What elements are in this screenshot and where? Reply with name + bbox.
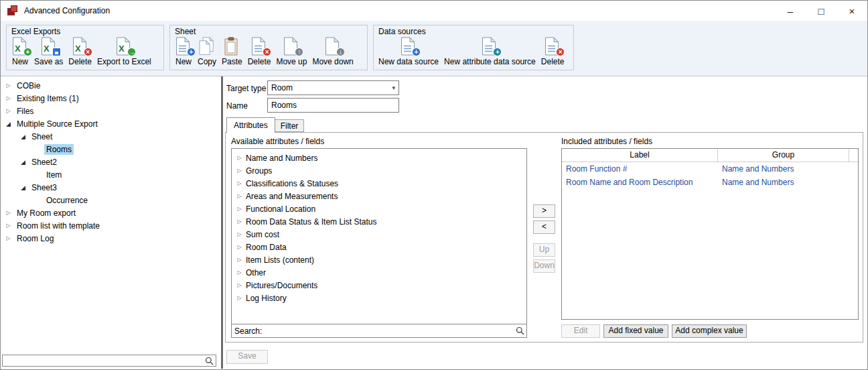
- remove-attribute-button[interactable]: <: [533, 221, 555, 234]
- expander-collapsed-icon[interactable]: ▷: [236, 295, 243, 301]
- tree-item-label: Sheet: [29, 131, 54, 142]
- sidebar-item-room-log[interactable]: ▷ Room Log: [1, 232, 221, 245]
- sheet-paste-button[interactable]: Paste: [219, 36, 245, 68]
- expander-expanded-icon[interactable]: ◢: [19, 159, 27, 166]
- tab-filter[interactable]: Filter: [275, 119, 305, 132]
- sidebar-item-room-list-with-template[interactable]: ▷ Room list with template: [1, 219, 221, 232]
- excel-export-new-button[interactable]: + New: [9, 36, 31, 68]
- sidebar-item-multiple-source-export[interactable]: ◢ Multiple Source Export: [1, 117, 221, 130]
- column-header-group[interactable]: Group: [718, 149, 849, 162]
- attr-group-room-data-status[interactable]: ▷ Room Data Status & Item List Status: [232, 215, 526, 228]
- new-data-source-button[interactable]: + New data source: [376, 36, 441, 68]
- group-label-data-sources: Data sources: [378, 27, 426, 36]
- edit-button[interactable]: Edit: [561, 324, 600, 338]
- sidebar-item-files[interactable]: ▷ Files: [1, 105, 221, 117]
- attr-group-sum-cost[interactable]: ▷ Sum cost: [232, 228, 526, 241]
- included-row[interactable]: Room Name and Room Description Name and …: [562, 176, 858, 189]
- expander-collapsed-icon[interactable]: ▷: [236, 155, 243, 161]
- sidebar-item-rooms[interactable]: Rooms: [1, 143, 221, 156]
- toolbar: Excel Exports + New Save as: [1, 21, 867, 76]
- data-source-delete-button[interactable]: × Delete: [538, 36, 567, 68]
- sidebar-item-cobie[interactable]: ▷ COBie: [1, 79, 221, 92]
- attr-group-name-and-numbers[interactable]: ▷ Name and Numbers: [232, 151, 526, 164]
- attr-group-classifications-statuses[interactable]: ▷ Classifications & Statuses: [232, 177, 526, 190]
- column-header-spacer: [849, 149, 858, 162]
- expander-expanded-icon[interactable]: ◢: [5, 121, 12, 127]
- sheet-move-up-button[interactable]: ↑ Move up: [273, 36, 309, 68]
- expander-collapsed-icon[interactable]: ▷: [5, 108, 12, 114]
- tab-attributes[interactable]: Attributes: [226, 117, 275, 133]
- attr-group-log-history[interactable]: ▷ Log History: [232, 292, 526, 304]
- expander-collapsed-icon[interactable]: ▷: [236, 193, 243, 199]
- sheet-copy-button[interactable]: Copy: [195, 36, 219, 68]
- sidebar-item-occurrence[interactable]: Occurrence: [1, 194, 221, 206]
- expander-collapsed-icon[interactable]: ▷: [5, 235, 12, 241]
- toolbar-button-label: Export to Excel: [97, 57, 151, 66]
- move-attribute-down-button[interactable]: Down: [533, 259, 555, 273]
- attr-group-pictures-documents[interactable]: ▷ Pictures/Documents: [232, 279, 526, 292]
- attr-group-groups[interactable]: ▷ Groups: [232, 164, 526, 177]
- toolbar-button-label: Delete: [248, 57, 271, 66]
- expander-collapsed-icon[interactable]: ▷: [236, 168, 243, 174]
- column-header-label[interactable]: Label: [562, 149, 718, 162]
- excel-export-delete-button[interactable]: × Delete: [66, 36, 94, 68]
- target-type-select[interactable]: Room ▾: [267, 80, 399, 95]
- attr-group-areas-measurements[interactable]: ▷ Areas and Measurements: [232, 190, 526, 202]
- expander-collapsed-icon[interactable]: ▷: [236, 282, 243, 288]
- expander-collapsed-icon[interactable]: ▷: [236, 219, 243, 225]
- expander-collapsed-icon[interactable]: ▷: [236, 244, 243, 250]
- attr-group-item-lists-content[interactable]: ▷ Item Lists (content): [232, 253, 526, 266]
- sidebar: ▷ COBie ▷ Existing Items (1) ▷ Files ◢ M…: [1, 76, 221, 369]
- group-body: + New data source + New attribute data s…: [374, 35, 573, 68]
- expander-collapsed-icon[interactable]: ▷: [5, 210, 12, 216]
- sheet-new-button[interactable]: + New: [172, 36, 195, 68]
- sidebar-item-my-room-export[interactable]: ▷ My Room export: [1, 206, 221, 219]
- expander-expanded-icon[interactable]: ◢: [19, 184, 27, 191]
- sidebar-search: [2, 355, 216, 367]
- add-complex-value-button[interactable]: Add complex value: [672, 324, 747, 338]
- minimize-button[interactable]: –: [775, 1, 806, 21]
- expander-collapsed-icon[interactable]: ▷: [236, 180, 243, 186]
- add-attribute-button[interactable]: >: [533, 204, 555, 218]
- sidebar-item-sheet[interactable]: ◢ Sheet: [1, 130, 221, 143]
- expander-collapsed-icon[interactable]: ▷: [5, 95, 12, 101]
- included-row[interactable]: Room Function # Name and Numbers: [562, 162, 858, 176]
- included-row-spacer: [849, 162, 858, 176]
- excel-save-as-icon: [40, 37, 58, 56]
- add-fixed-value-button[interactable]: Add fixed value: [603, 324, 668, 338]
- toolbar-group-excel-exports: Excel Exports + New Save as: [6, 25, 164, 70]
- app-icon-cube: [11, 5, 17, 12]
- expander-collapsed-icon[interactable]: ▷: [236, 257, 243, 263]
- sidebar-item-sheet3[interactable]: ◢ Sheet3: [1, 181, 221, 194]
- move-down-icon: ↓: [324, 37, 342, 56]
- tree-item-label: Item: [44, 170, 64, 180]
- attr-group-functional-location[interactable]: ▷ Functional Location: [232, 202, 526, 215]
- name-input[interactable]: [267, 98, 399, 113]
- save-button[interactable]: Save: [226, 350, 268, 364]
- export-to-excel-button[interactable]: → Export to Excel: [94, 36, 154, 68]
- sidebar-item-item[interactable]: Item: [1, 168, 221, 181]
- move-attribute-up-button[interactable]: Up: [533, 243, 555, 257]
- excel-export-save-as-button[interactable]: Save as: [31, 36, 66, 68]
- expander-expanded-icon[interactable]: ◢: [19, 133, 27, 140]
- attribute-search-input[interactable]: [262, 326, 516, 336]
- expander-collapsed-icon[interactable]: ▷: [236, 206, 243, 212]
- maximize-button[interactable]: □: [806, 1, 837, 21]
- sheet-delete-button[interactable]: × Delete: [245, 36, 274, 68]
- expander-collapsed-icon[interactable]: ▷: [5, 82, 12, 88]
- new-attribute-data-source-button[interactable]: + New attribute data source: [441, 36, 538, 68]
- tree-item-label: Existing Items (1): [15, 93, 81, 104]
- sidebar-search-input[interactable]: [3, 356, 205, 365]
- sheet-move-down-button[interactable]: ↓ Move down: [309, 36, 356, 68]
- tab-bar: Attributes Filter: [226, 117, 304, 133]
- tree-item-label: Multiple Source Export: [15, 119, 100, 129]
- expander-collapsed-icon[interactable]: ▷: [236, 231, 243, 237]
- sidebar-item-existing-items[interactable]: ▷ Existing Items (1): [1, 92, 221, 105]
- tree-item-label: Room list with template: [15, 221, 102, 231]
- expander-collapsed-icon[interactable]: ▷: [236, 269, 243, 275]
- close-button[interactable]: ×: [837, 1, 867, 21]
- attr-group-room-data[interactable]: ▷ Room Data: [232, 241, 526, 253]
- sidebar-item-sheet2[interactable]: ◢ Sheet2: [1, 156, 221, 168]
- attr-group-other[interactable]: ▷ Other: [232, 266, 526, 279]
- expander-collapsed-icon[interactable]: ▷: [5, 223, 12, 229]
